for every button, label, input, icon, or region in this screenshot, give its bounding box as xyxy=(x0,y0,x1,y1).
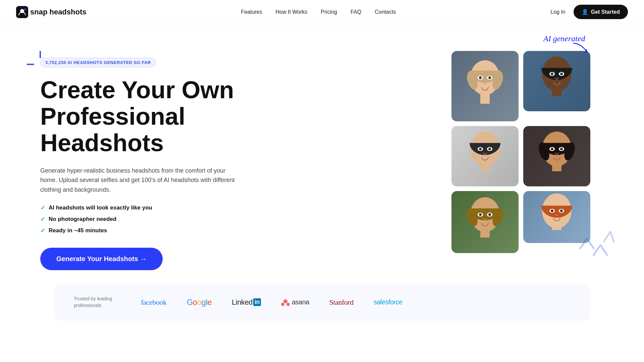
headshot-grid xyxy=(451,51,590,253)
headshot-5 xyxy=(451,191,519,253)
brand-stanford: Stanford xyxy=(329,298,354,307)
navbar: snap headshots Features How It Works Pri… xyxy=(0,0,644,24)
hero-right: AI generated xyxy=(451,51,590,253)
check-icon-2: ✓ xyxy=(40,216,45,223)
check-icon-3: ✓ xyxy=(40,227,45,234)
brand-google: Google xyxy=(187,298,212,307)
hero-title: Create Your Own Professional Headshots xyxy=(40,77,235,157)
brand-linkedin: Linked in xyxy=(232,298,261,307)
nav-contacts[interactable]: Contacts xyxy=(375,9,396,15)
svg-point-6 xyxy=(281,303,284,306)
trusted-wrapper: Trusted by leading professionals faceboo… xyxy=(0,284,644,341)
logo-text: snap headshots xyxy=(30,8,86,16)
deco-dashes xyxy=(27,51,54,79)
headshot-1 xyxy=(451,51,519,121)
nav-features[interactable]: Features xyxy=(241,9,262,15)
generate-headshots-button[interactable]: Generate Your Headshots → xyxy=(40,248,163,270)
nav-links: Features How It Works Pricing FAQ Contac… xyxy=(241,9,396,15)
svg-point-5 xyxy=(283,299,287,303)
trusted-label: Trusted by leading professionals xyxy=(74,296,121,309)
headshot-2 xyxy=(523,51,590,111)
checklist-item-2: ✓ No photographer needed xyxy=(40,216,235,223)
hero-description: Generate hyper-realistic business headsh… xyxy=(40,166,235,195)
svg-point-2 xyxy=(24,8,26,10)
nav-right: Log In 👤 Get Started xyxy=(550,5,628,19)
check-icon-1: ✓ xyxy=(40,204,45,212)
brand-asana: asana xyxy=(281,298,309,306)
user-icon: 👤 xyxy=(582,9,588,15)
checklist-item-1: ✓ AI headshots will look exactly like yo… xyxy=(40,204,235,212)
trusted-section: Trusted by leading professionals faceboo… xyxy=(54,284,590,321)
headshots-badge: 3,752,230 AI HEADSHOTS GENERATED SO FAR xyxy=(40,58,156,67)
login-button[interactable]: Log In xyxy=(550,9,565,15)
brand-salesforce: salesforce xyxy=(374,298,402,306)
deco-shapes xyxy=(577,222,617,263)
logo[interactable]: snap headshots xyxy=(16,6,86,18)
nav-how-it-works[interactable]: How It Works xyxy=(276,9,308,15)
svg-point-7 xyxy=(286,303,290,306)
nav-pricing[interactable]: Pricing xyxy=(321,9,337,15)
hero-left: 3,752,230 AI HEADSHOTS GENERATED SO FAR … xyxy=(40,44,235,270)
hero-section: 3,752,230 AI HEADSHOTS GENERATED SO FAR … xyxy=(0,24,644,284)
checklist-item-3: ✓ Ready in ~45 minutes xyxy=(40,227,235,234)
nav-faq[interactable]: FAQ xyxy=(351,9,361,15)
headshot-4 xyxy=(523,126,590,186)
brand-logos: facebook Google Linked in asana xyxy=(141,298,402,307)
ai-annotation: AI generated xyxy=(543,34,590,55)
headshot-3 xyxy=(451,126,519,186)
get-started-button[interactable]: 👤 Get Started xyxy=(574,5,628,19)
feature-checklist: ✓ AI headshots will look exactly like yo… xyxy=(40,204,235,234)
brand-facebook: facebook xyxy=(141,298,167,307)
